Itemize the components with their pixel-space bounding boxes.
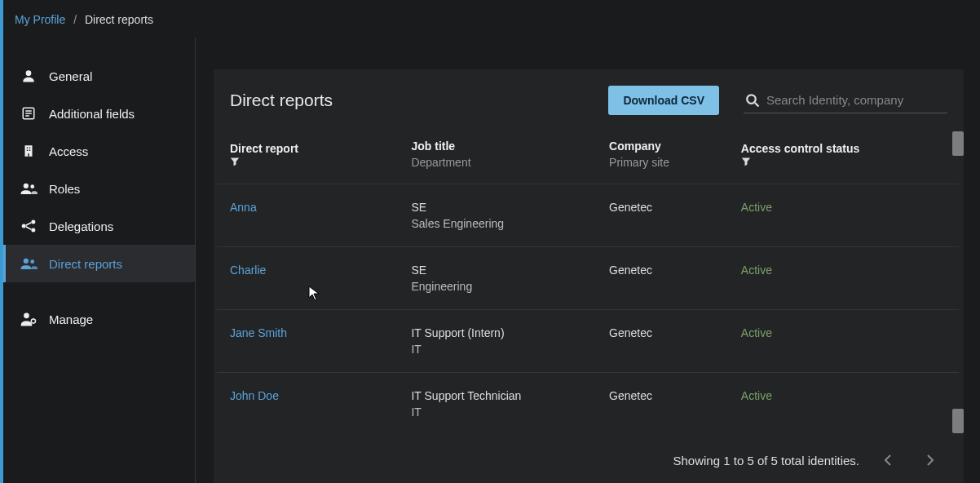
table-footer: Showing 1 to 5 of 5 total identities.	[214, 435, 964, 483]
svg-rect-7	[29, 148, 31, 149]
svg-line-17	[26, 227, 32, 229]
department: Sales Engineering	[411, 217, 583, 230]
col-header-sublabel: Primary site	[609, 156, 715, 169]
svg-rect-6	[27, 148, 29, 149]
svg-point-12	[30, 184, 34, 188]
svg-point-19	[30, 259, 34, 264]
main-content: Direct reports Download CSV Direct repor…	[196, 37, 978, 483]
sidebar-item-additional-fields[interactable]: Additional fields	[3, 95, 195, 132]
svg-point-0	[26, 70, 32, 76]
next-page-button[interactable]	[916, 446, 944, 474]
col-header-label: Direct report	[230, 142, 298, 155]
sidebar-item-label: Direct reports	[49, 257, 122, 271]
search-icon	[745, 93, 760, 108]
svg-rect-10	[28, 153, 29, 157]
table-row[interactable]: John Doe IT Support TechnicianIT Genetec…	[217, 373, 959, 436]
sidebar-item-label: Roles	[49, 182, 80, 196]
prev-page-button[interactable]	[874, 446, 902, 474]
company: Genetec	[609, 264, 652, 277]
job-title: SE	[411, 264, 426, 277]
svg-rect-8	[27, 150, 29, 152]
col-company[interactable]: Company Primary site	[596, 126, 728, 184]
svg-rect-2	[25, 110, 32, 112]
scroll-thumb-top[interactable]	[952, 131, 964, 156]
table-row[interactable]: Jane Smith IT Support (Intern)IT Genetec…	[217, 310, 959, 373]
group-icon	[20, 255, 38, 273]
download-csv-button[interactable]: Download CSV	[608, 86, 719, 115]
svg-rect-4	[25, 115, 29, 117]
job-title: IT Support Technician	[411, 389, 521, 402]
panel-header: Direct reports Download CSV	[214, 69, 964, 126]
svg-rect-3	[25, 113, 32, 114]
status-badge: Active	[741, 264, 772, 277]
svg-point-11	[24, 184, 29, 188]
report-name-link[interactable]: Anna	[230, 201, 257, 214]
group-icon	[20, 179, 38, 197]
pagination-summary: Showing 1 to 5 of 5 total identities.	[673, 454, 859, 467]
svg-point-20	[24, 312, 29, 318]
status-badge: Active	[741, 326, 772, 339]
report-name-link[interactable]: John Doe	[230, 389, 279, 402]
breadcrumb-root[interactable]: My Profile	[15, 13, 65, 26]
sidebar-item-general[interactable]: General	[3, 57, 195, 95]
company: Genetec	[609, 201, 652, 214]
report-name-link[interactable]: Jane Smith	[230, 326, 287, 339]
search-wrapper[interactable]	[744, 88, 947, 113]
sidebar-item-label: General	[49, 69, 92, 83]
scrollbar[interactable]	[952, 131, 964, 433]
status-badge: Active	[741, 389, 772, 402]
search-input[interactable]	[766, 93, 946, 107]
building-icon	[20, 142, 38, 160]
job-title: IT Support (Intern)	[411, 326, 504, 339]
table-row[interactable]: Anna SESales Engineering Genetec Active	[217, 184, 959, 247]
sidebar-item-label: Additional fields	[49, 107, 135, 121]
col-job-title[interactable]: Job title Department	[398, 126, 596, 184]
col-direct-report[interactable]: Direct report	[217, 126, 398, 184]
svg-line-23	[755, 103, 759, 107]
company: Genetec	[609, 326, 652, 339]
sidebar-item-label: Delegations	[49, 219, 113, 233]
job-title: SE	[411, 201, 426, 214]
col-header-label: Access control status	[741, 142, 860, 155]
table-area: Direct report Job title Department Compa…	[214, 126, 964, 435]
person-icon	[20, 67, 38, 85]
svg-point-18	[24, 259, 29, 264]
sidebar-item-roles[interactable]: Roles	[3, 170, 195, 207]
panel-title: Direct reports	[230, 91, 333, 110]
department: IT	[411, 343, 583, 356]
filter-icon[interactable]	[741, 157, 946, 166]
form-icon	[20, 104, 38, 122]
svg-point-22	[747, 95, 756, 104]
share-icon	[20, 217, 38, 235]
filter-icon[interactable]	[230, 157, 385, 166]
svg-rect-9	[29, 150, 31, 152]
report-name-link[interactable]: Charlie	[230, 264, 266, 277]
svg-point-15	[31, 228, 35, 233]
department: IT	[411, 405, 583, 419]
svg-line-16	[26, 223, 32, 225]
sidebar-item-access[interactable]: Access	[3, 132, 195, 170]
col-access-status[interactable]: Access control status	[728, 126, 959, 184]
sidebar-item-direct-reports[interactable]: Direct reports	[3, 245, 195, 282]
sidebar-item-delegations[interactable]: Delegations	[3, 207, 195, 245]
breadcrumb: My Profile / Direct reports	[15, 13, 153, 26]
table-row[interactable]: Charlie SEEngineering Genetec Active	[217, 247, 959, 310]
breadcrumb-separator: /	[73, 13, 77, 26]
svg-point-13	[22, 224, 26, 228]
company: Genetec	[609, 389, 652, 402]
col-header-label: Company	[609, 140, 661, 153]
sidebar-item-label: Manage	[49, 312, 93, 326]
direct-reports-panel: Direct reports Download CSV Direct repor…	[214, 69, 964, 483]
breadcrumb-current: Direct reports	[85, 13, 153, 26]
col-header-label: Job title	[411, 140, 455, 153]
status-badge: Active	[741, 201, 772, 214]
col-header-sublabel: Department	[411, 156, 583, 169]
reports-table: Direct report Job title Department Compa…	[217, 126, 959, 435]
sidebar: General Additional fields Access Roles D…	[3, 38, 196, 483]
sidebar-item-label: Access	[49, 144, 88, 158]
sidebar-item-manage[interactable]: Manage	[3, 300, 195, 338]
svg-point-14	[31, 220, 35, 224]
scroll-thumb-bottom[interactable]	[952, 409, 964, 433]
person-gear-icon	[20, 310, 38, 328]
department: Engineering	[411, 280, 583, 293]
